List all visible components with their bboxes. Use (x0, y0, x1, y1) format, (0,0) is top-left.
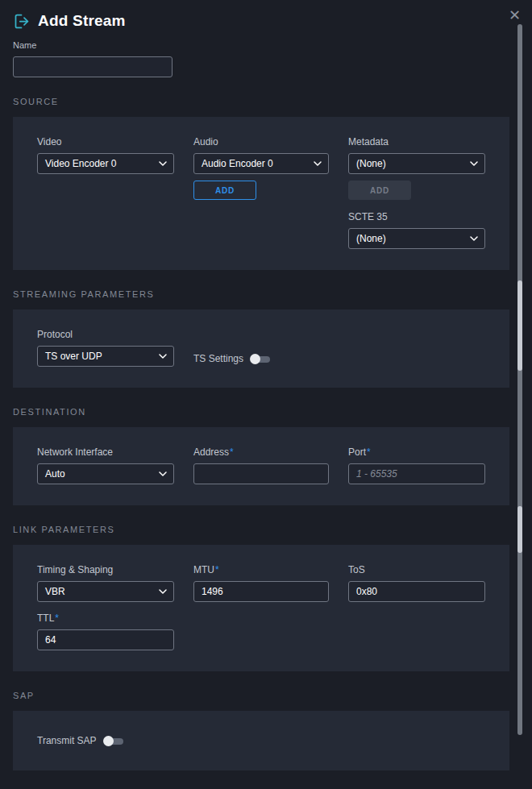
required-mark: * (55, 613, 59, 624)
audio-select-value: Audio Encoder 0 (202, 158, 273, 169)
scte35-select[interactable]: (None) (348, 228, 485, 249)
network-interface-field-group: Network Interface Auto (37, 446, 174, 484)
section-heading-source: SOURCE (13, 97, 519, 106)
name-label: Name (13, 39, 172, 51)
close-icon[interactable]: ✕ (504, 3, 526, 27)
transmit-sap-toggle[interactable] (103, 736, 124, 746)
address-label: Address* (193, 446, 329, 458)
transmit-sap-group: Transmit SAP (37, 735, 124, 746)
dialog-header: Add Stream (0, 0, 532, 35)
network-interface-select-value: Auto (45, 468, 65, 480)
protocol-field-group: Protocol TS over UDP (37, 329, 174, 367)
scte35-label: SCTE 35 (348, 211, 485, 222)
dialog-footer: CANCEL ADD STREAM (0, 770, 532, 789)
metadata-select-value: (None) (356, 158, 386, 169)
chevron-down-icon (159, 471, 167, 476)
chevron-down-icon (314, 161, 322, 166)
video-label: Video (37, 136, 174, 147)
metadata-label: Metadata (348, 136, 485, 147)
ts-settings-group: TS Settings (193, 351, 329, 367)
metadata-add-button: ADD (348, 181, 411, 200)
page-title: Add Stream (38, 12, 126, 30)
metadata-field-group: Metadata (None) (348, 136, 485, 174)
timing-shaping-select-value: VBR (45, 586, 65, 597)
scrollbar[interactable] (517, 24, 522, 735)
required-mark: * (367, 446, 371, 458)
timing-shaping-field-group: Timing & Shaping VBR (37, 564, 174, 602)
link-panel: Timing & Shaping VBR MTU* ToS TTL* (13, 545, 509, 671)
mtu-label: MTU* (193, 564, 329, 575)
source-panel: Video Video Encoder 0 Audio Audio Encode… (13, 117, 509, 270)
address-input[interactable] (193, 463, 329, 484)
audio-field-group: Audio Audio Encoder 0 (193, 136, 329, 174)
section-heading-link: LINK PARAMETERS (13, 525, 519, 534)
protocol-select[interactable]: TS over UDP (37, 346, 174, 367)
scrollbar-thumb[interactable] (517, 506, 522, 553)
chevron-down-icon (159, 589, 167, 594)
video-select[interactable]: Video Encoder 0 (37, 153, 174, 174)
chevron-down-icon (159, 161, 167, 166)
port-field-group: Port* (348, 446, 485, 484)
required-mark: * (215, 564, 219, 575)
scrollbar-thumb[interactable] (517, 280, 522, 371)
ts-settings-toggle[interactable] (250, 354, 271, 364)
toggle-knob (103, 736, 114, 746)
required-mark: * (230, 446, 234, 458)
metadata-select[interactable]: (None) (348, 153, 485, 174)
video-field-group: Video Video Encoder 0 (37, 136, 174, 174)
ttl-field-group: TTL* (37, 613, 174, 650)
ttl-label: TTL* (37, 613, 174, 624)
port-label: Port* (348, 446, 485, 458)
name-field-group: Name (13, 39, 172, 77)
name-input[interactable] (13, 56, 172, 77)
sap-panel: Transmit SAP (13, 711, 509, 770)
scte35-field-group: SCTE 35 (None) (348, 211, 485, 249)
video-select-value: Video Encoder 0 (45, 158, 117, 169)
chevron-down-icon (470, 161, 478, 166)
network-interface-label: Network Interface (37, 446, 174, 458)
port-input[interactable] (348, 463, 485, 484)
tos-input[interactable] (348, 581, 485, 602)
ts-settings-label: TS Settings (193, 353, 243, 364)
timing-shaping-label: Timing & Shaping (37, 564, 174, 575)
streaming-panel: Protocol TS over UDP TS Settings (13, 309, 509, 388)
network-interface-select[interactable]: Auto (37, 463, 174, 484)
audio-label: Audio (193, 136, 329, 147)
tos-field-group: ToS (348, 564, 485, 602)
ttl-input[interactable] (37, 629, 174, 650)
tos-label: ToS (348, 564, 485, 575)
chevron-down-icon (470, 236, 478, 241)
section-heading-destination: DESTINATION (13, 407, 519, 417)
mtu-input[interactable] (193, 581, 329, 602)
audio-select[interactable]: Audio Encoder 0 (193, 153, 329, 174)
mtu-field-group: MTU* (193, 564, 329, 602)
address-field-group: Address* (193, 446, 329, 484)
protocol-label: Protocol (37, 329, 174, 340)
section-heading-streaming: STREAMING PARAMETERS (13, 289, 519, 299)
toggle-knob (250, 354, 260, 364)
section-heading-sap: SAP (13, 691, 519, 700)
protocol-select-value: TS over UDP (45, 351, 102, 362)
add-stream-dialog: Add Stream ✕ Name SOURCE Video Video Enc… (0, 0, 532, 789)
audio-add-button[interactable]: ADD (193, 181, 256, 200)
transmit-sap-label: Transmit SAP (37, 735, 97, 746)
destination-panel: Network Interface Auto Address* Port* (13, 427, 509, 505)
chevron-down-icon (159, 354, 167, 359)
scte35-select-value: (None) (356, 233, 386, 244)
timing-shaping-select[interactable]: VBR (37, 581, 174, 602)
stream-out-icon (13, 13, 30, 30)
